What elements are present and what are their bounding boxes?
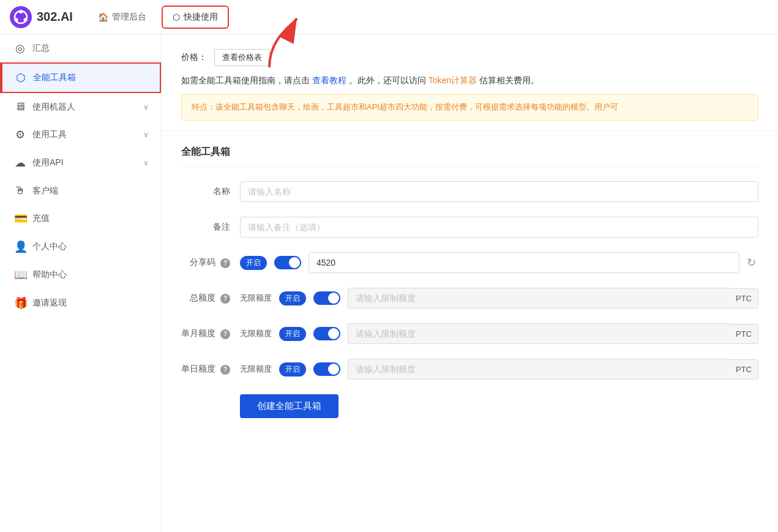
summary-icon: ◎ xyxy=(14,42,26,55)
home-icon: 🏠 xyxy=(98,12,108,22)
share-help-icon[interactable]: ? xyxy=(220,258,230,268)
svg-point-2 xyxy=(19,10,23,13)
robots-arrow-icon: ∨ xyxy=(143,103,149,111)
total-quota-input[interactable] xyxy=(348,288,730,309)
share-control: 开启 ↻ xyxy=(240,252,758,273)
toolbox-icon: ⬡ xyxy=(173,12,180,22)
sidebar: ◎ 汇总 ⬡ 全能工具箱 🖥 使用机器人 ∨ ⚙ 使用工具 ∨ ☁ 使用API … xyxy=(0,34,162,532)
info-text-prefix: 如需全能工具箱使用指南，请点击 xyxy=(181,75,310,85)
price-row: 价格： 查看价格表 xyxy=(181,49,758,66)
sidebar-label-toolbox: 全能工具箱 xyxy=(33,72,148,83)
daily-quota-row: 单日额度 ? 无限额度 开启 xyxy=(181,359,758,380)
note-row: 备注 xyxy=(181,217,758,238)
note-input[interactable] xyxy=(240,217,758,238)
sidebar-item-api[interactable]: ☁ 使用API ∨ xyxy=(0,149,161,177)
warning-text: 特点：该全能工具箱包含聊天，绘画，工具超市和API超市四大功能，按需付费，可根据… xyxy=(192,102,618,111)
daily-quota-unit: PTC xyxy=(730,359,758,380)
name-control xyxy=(240,181,758,202)
total-quota-toggle-group: 无限额度 开启 PTC xyxy=(240,288,758,309)
client-icon: 🖱 xyxy=(14,184,26,197)
total-quota-help-icon[interactable]: ? xyxy=(220,294,230,304)
info-text: 如需全能工具箱使用指南，请点击 查看教程 。此外，还可以访问 Token计算器 … xyxy=(181,73,758,87)
sidebar-item-tools[interactable]: ⚙ 使用工具 ∨ xyxy=(0,121,161,149)
share-label: 分享码 ? xyxy=(181,257,230,268)
toolbox-nav-icon: ⬡ xyxy=(15,71,27,84)
name-label: 名称 xyxy=(181,186,230,197)
daily-quota-toggle-group: 无限额度 开启 PTC xyxy=(240,359,758,380)
sidebar-item-robots[interactable]: 🖥 使用机器人 ∨ xyxy=(0,93,161,121)
total-quota-unlimited-label: 无限额度 xyxy=(240,293,272,304)
svg-point-0 xyxy=(10,6,32,28)
total-quota-row: 总额度 ? 无限额度 开启 xyxy=(181,288,758,309)
sidebar-item-summary[interactable]: ◎ 汇总 xyxy=(0,34,161,62)
tab-quick[interactable]: ⬡ 快捷使用 xyxy=(162,6,229,29)
tab-admin[interactable]: 🏠 管理后台 xyxy=(88,6,157,28)
logo-text: 302.AI xyxy=(37,10,73,24)
monthly-quota-toggle[interactable] xyxy=(313,327,340,340)
token-calculator-link[interactable]: Token计算器 xyxy=(428,75,477,85)
sidebar-label-api: 使用API xyxy=(32,157,137,168)
logo-icon xyxy=(10,6,32,28)
monthly-quota-row: 单月额度 ? 无限额度 开启 xyxy=(181,323,758,344)
daily-quota-toggle[interactable] xyxy=(313,362,340,376)
sidebar-label-profile: 个人中心 xyxy=(32,241,149,252)
monthly-quota-toggle-on-label: 开启 xyxy=(279,327,306,341)
sidebar-label-client: 客户端 xyxy=(32,185,149,197)
monthly-quota-unit: PTC xyxy=(730,324,758,344)
sidebar-item-recharge[interactable]: 💳 充值 xyxy=(0,204,161,233)
monthly-quota-unlimited-label: 无限额度 xyxy=(240,328,272,339)
monthly-quota-input[interactable] xyxy=(348,323,730,344)
sidebar-item-help[interactable]: 📖 帮助中心 xyxy=(0,261,161,289)
total-quota-toggle[interactable] xyxy=(313,291,340,305)
tools-icon: ⚙ xyxy=(14,128,26,141)
logo: 302.AI xyxy=(10,6,73,28)
total-quota-label: 总额度 ? xyxy=(181,293,230,304)
robots-icon: 🖥 xyxy=(14,100,26,113)
svg-point-3 xyxy=(24,18,28,21)
api-icon: ☁ xyxy=(14,156,26,170)
profile-icon: 👤 xyxy=(14,240,26,253)
daily-quota-input-group: PTC xyxy=(348,359,758,380)
sidebar-label-invite: 邀请返现 xyxy=(32,298,149,309)
price-table-button[interactable]: 查看价格表 xyxy=(214,49,270,66)
tab-admin-label: 管理后台 xyxy=(112,12,146,23)
refresh-icon[interactable]: ↻ xyxy=(744,253,758,272)
sidebar-label-robots: 使用机器人 xyxy=(32,102,137,113)
name-input[interactable] xyxy=(240,181,758,202)
api-arrow-icon: ∨ xyxy=(143,159,149,167)
sidebar-item-profile[interactable]: 👤 个人中心 xyxy=(0,233,161,261)
share-code-input[interactable] xyxy=(309,252,739,273)
sidebar-label-summary: 汇总 xyxy=(32,43,149,54)
create-button-row: 创建全能工具箱 xyxy=(181,394,758,418)
info-section: 价格： 查看价格表 如需全能工具箱使用指南，请点击 查看教程 。此外，还可以访问… xyxy=(162,34,778,131)
info-text-mid: 。此外，还可以访问 xyxy=(349,75,426,85)
monthly-quota-control: 无限额度 开启 PTC xyxy=(240,323,758,344)
monthly-quota-label: 单月额度 ? xyxy=(181,328,230,339)
share-toggle-group: 开启 ↻ xyxy=(240,252,758,273)
daily-quota-input[interactable] xyxy=(348,359,730,380)
daily-quota-help-icon[interactable]: ? xyxy=(220,365,230,375)
form-title: 全能工具箱 xyxy=(181,146,758,167)
total-quota-input-group: PTC xyxy=(348,288,758,309)
help-icon: 📖 xyxy=(14,268,26,282)
header: 302.AI 🏠 管理后台 ⬡ 快捷使用 xyxy=(0,0,778,34)
info-text-suffix: 估算相关费用。 xyxy=(479,75,539,85)
share-toggle[interactable] xyxy=(274,256,301,269)
warning-box: 特点：该全能工具箱包含聊天，绘画，工具超市和API超市四大功能，按需付费，可根据… xyxy=(181,94,758,121)
main-content: 价格： 查看价格表 如需全能工具箱使用指南，请点击 查看教程 。此外，还可以访问… xyxy=(162,34,778,532)
name-row: 名称 xyxy=(181,181,758,202)
svg-point-4 xyxy=(15,18,18,21)
invite-icon: 🎁 xyxy=(14,296,26,310)
tutorial-link[interactable]: 查看教程 xyxy=(312,75,346,85)
note-label: 备注 xyxy=(181,222,230,233)
sidebar-item-client[interactable]: 🖱 客户端 xyxy=(0,177,161,204)
daily-quota-toggle-on-label: 开启 xyxy=(279,362,306,377)
sidebar-item-toolbox[interactable]: ⬡ 全能工具箱 xyxy=(0,62,161,93)
share-row: 分享码 ? 开启 xyxy=(181,252,758,273)
sidebar-item-invite[interactable]: 🎁 邀请返现 xyxy=(0,289,161,317)
monthly-quota-help-icon[interactable]: ? xyxy=(220,329,230,339)
form-section: 全能工具箱 名称 备注 xyxy=(162,131,778,433)
monthly-quota-input-group: PTC xyxy=(348,323,758,344)
daily-quota-control: 无限额度 开启 PTC xyxy=(240,359,758,380)
create-toolbox-button[interactable]: 创建全能工具箱 xyxy=(240,394,339,418)
